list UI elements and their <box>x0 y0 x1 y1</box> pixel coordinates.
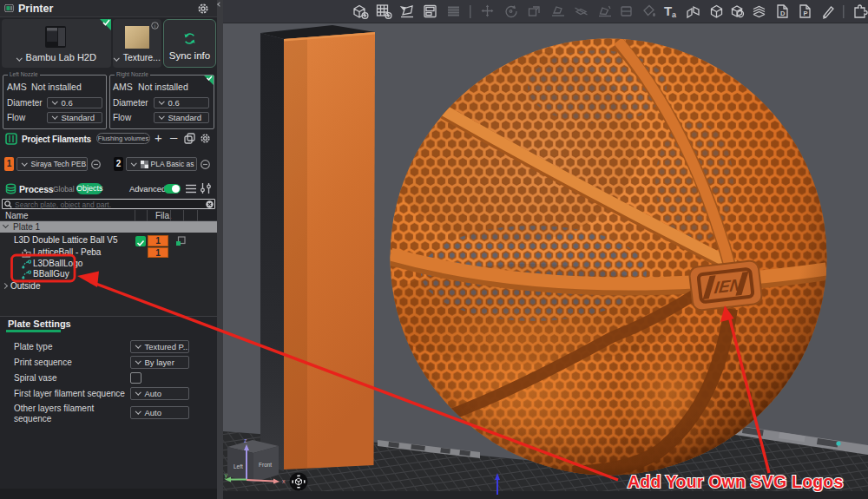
svg-text:Add Your Own SVG Logos: Add Your Own SVG Logos <box>628 472 844 491</box>
